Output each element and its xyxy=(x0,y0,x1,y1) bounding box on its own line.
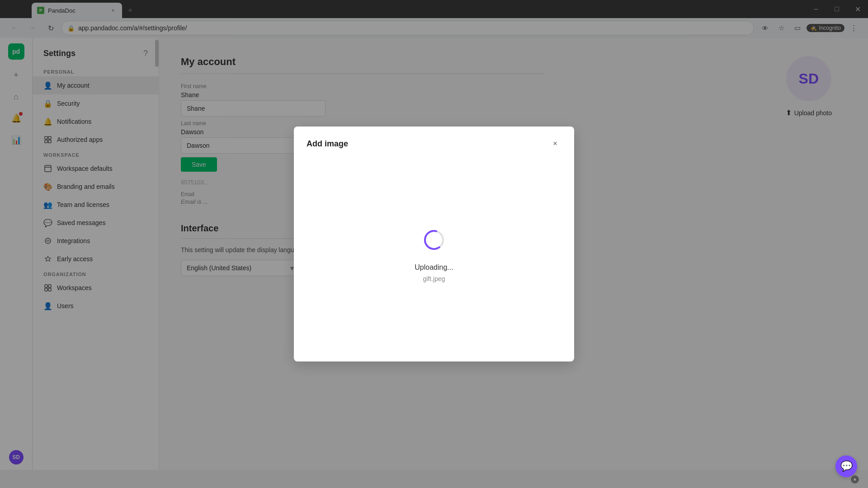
chat-icon: 💬 xyxy=(840,460,853,472)
chat-close-button[interactable]: × xyxy=(851,475,859,483)
filename-text: gift.jpeg xyxy=(423,275,445,282)
modal-close-button[interactable]: × xyxy=(549,137,561,150)
upload-spinner xyxy=(423,229,445,253)
modal-overlay[interactable]: Add image × Uploading... gift.jpeg xyxy=(0,0,868,488)
modal-body: Uploading... gift.jpeg xyxy=(294,157,574,361)
svg-point-13 xyxy=(423,229,445,251)
modal-title: Add image xyxy=(307,139,348,149)
modal-header: Add image × xyxy=(294,127,574,157)
add-image-modal: Add image × Uploading... gift.jpeg xyxy=(294,127,574,361)
uploading-text: Uploading... xyxy=(415,263,453,272)
chat-bubble[interactable]: 💬 xyxy=(835,455,857,477)
